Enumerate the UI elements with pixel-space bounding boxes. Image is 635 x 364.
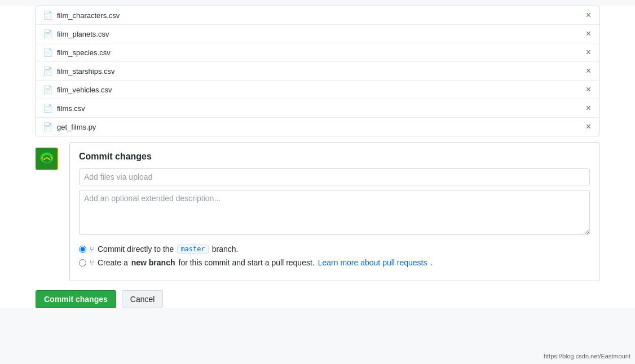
commit-description-textarea[interactable] <box>79 190 590 235</box>
remove-file-button[interactable]: × <box>585 104 592 113</box>
radio-branch-prefix: Create a <box>98 258 128 267</box>
file-document-icon: 📄 <box>43 11 52 20</box>
radio-new-branch[interactable] <box>79 259 86 267</box>
radio-branch-suffix: for this commit and start a pull request… <box>179 258 315 267</box>
file-document-icon: 📄 <box>43 48 52 57</box>
file-item-left: 📄film_species.csv <box>43 48 111 57</box>
watermark: https://blog.csdn.net/Eastmount <box>544 353 630 359</box>
commit-icon: ⑂ <box>90 245 94 254</box>
file-item: 📄film_vehicles.csv× <box>36 81 599 99</box>
file-document-icon: 📄 <box>43 85 52 94</box>
remove-file-button[interactable]: × <box>585 11 592 20</box>
file-item-left: 📄film_starships.csv <box>43 66 115 76</box>
branch-icon: ⑂ <box>90 259 94 267</box>
avatar <box>36 148 58 170</box>
file-document-icon: 📄 <box>43 29 52 38</box>
commit-section-wrapper: Commit changes ⑂ Commit directly to the … <box>36 142 599 281</box>
learn-more-link[interactable]: Learn more about pull requests <box>318 258 427 267</box>
file-item: 📄films.csv× <box>36 99 599 118</box>
file-document-icon: 📄 <box>43 66 52 76</box>
master-badge: master <box>177 245 208 254</box>
file-name: get_films.py <box>57 123 96 131</box>
file-name: film_species.csv <box>57 48 111 57</box>
remove-file-button[interactable]: × <box>585 48 592 57</box>
file-item: 📄film_planets.csv× <box>36 25 599 43</box>
file-item: 📄film_characters.csv× <box>36 6 599 25</box>
commit-message-input[interactable] <box>79 168 590 185</box>
file-list: 📄film_characters.csv×📄film_planets.csv×📄… <box>36 6 599 136</box>
bottom-bar: Commit changes Cancel <box>36 290 599 308</box>
remove-file-button[interactable]: × <box>585 29 592 38</box>
file-name: film_vehicles.csv <box>57 86 112 94</box>
file-item-left: 📄get_films.py <box>43 122 96 131</box>
radio-row-new-branch: ⑂ Create a new branch for this commit an… <box>79 258 590 267</box>
file-name: films.csv <box>57 104 85 113</box>
cancel-button[interactable]: Cancel <box>122 290 164 308</box>
radio-direct-suffix: branch. <box>212 245 239 254</box>
file-name: film_starships.csv <box>57 67 115 76</box>
file-document-icon: 📄 <box>43 122 52 131</box>
file-name: film_planets.csv <box>57 30 109 38</box>
file-item-left: 📄film_planets.csv <box>43 29 109 38</box>
avatar-area <box>36 148 64 170</box>
file-document-icon: 📄 <box>43 104 52 113</box>
page-wrapper: 📄film_characters.csv×📄film_planets.csv×📄… <box>0 6 635 308</box>
remove-file-button[interactable]: × <box>585 85 592 94</box>
file-item: 📄film_starships.csv× <box>36 62 599 81</box>
radio-direct-label: Commit directly to the <box>98 245 174 254</box>
remove-file-button[interactable]: × <box>585 122 592 131</box>
file-item-left: 📄film_characters.csv <box>43 11 120 20</box>
radio-section: ⑂ Commit directly to the master branch. … <box>79 245 590 267</box>
new-branch-bold: new branch <box>131 258 175 267</box>
commit-title: Commit changes <box>79 152 590 162</box>
radio-direct-commit[interactable] <box>79 246 86 253</box>
remove-file-button[interactable]: × <box>585 66 592 76</box>
file-item-left: 📄film_vehicles.csv <box>43 85 112 94</box>
file-item: 📄film_species.csv× <box>36 43 599 62</box>
radio-row-direct: ⑂ Commit directly to the master branch. <box>79 245 590 254</box>
commit-changes-button[interactable]: Commit changes <box>36 290 116 308</box>
file-name: film_characters.csv <box>57 11 120 20</box>
commit-box: Commit changes ⑂ Commit directly to the … <box>69 142 599 281</box>
file-item-left: 📄films.csv <box>43 104 85 113</box>
file-item: 📄get_films.py× <box>36 118 599 136</box>
